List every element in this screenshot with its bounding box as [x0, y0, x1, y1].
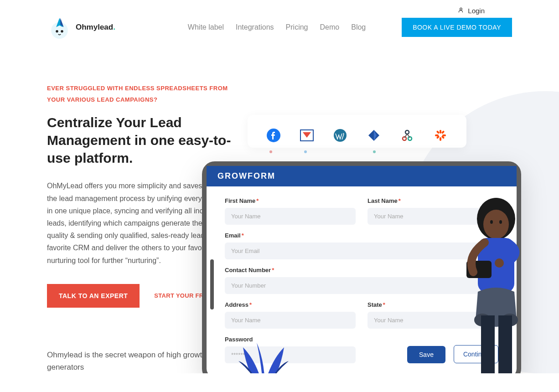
logo[interactable]: Ohmylead.	[47, 15, 115, 40]
integration-dots	[248, 150, 466, 153]
svg-point-20	[490, 220, 493, 224]
svg-rect-16	[441, 130, 445, 134]
svg-rect-14	[436, 130, 440, 134]
facebook-icon	[266, 128, 281, 143]
svg-point-24	[495, 258, 504, 268]
nav-blog[interactable]: Blog	[351, 23, 366, 31]
svg-point-19	[483, 210, 509, 239]
main-nav: White label Integrations Pricing Demo Bl…	[188, 23, 366, 31]
scrollbar[interactable]	[210, 259, 214, 309]
integration-icons-bar	[248, 115, 466, 148]
svg-point-21	[499, 220, 502, 224]
svg-rect-28	[498, 315, 512, 373]
svg-point-3	[61, 30, 63, 33]
login-label: Login	[468, 7, 485, 15]
login-link[interactable]: Login	[458, 7, 485, 15]
nav-pricing[interactable]: Pricing	[286, 23, 308, 31]
first-name-input[interactable]	[225, 208, 356, 225]
wordpress-icon	[332, 128, 348, 143]
first-name-label: First Name*	[225, 197, 356, 204]
svg-point-2	[56, 30, 58, 33]
logo-icon	[47, 15, 72, 40]
nav-integrations[interactable]: Integrations	[236, 23, 274, 31]
nav-white-label[interactable]: White label	[188, 23, 224, 31]
clickfunnels-icon	[299, 128, 315, 143]
address-label: Address*	[225, 301, 356, 308]
save-button[interactable]: Save	[407, 346, 445, 363]
svg-rect-11	[440, 137, 441, 141]
person-illustration	[457, 192, 539, 373]
svg-point-9	[405, 130, 409, 134]
webhook-icon	[399, 128, 415, 143]
nav-demo[interactable]: Demo	[320, 23, 340, 31]
logo-text: Ohmylead.	[76, 23, 115, 32]
book-demo-button[interactable]: BOOK A LIVE DEMO TODAY	[402, 18, 512, 37]
diamond-icon	[366, 128, 382, 143]
plant-illustration	[229, 329, 298, 373]
svg-rect-27	[481, 315, 495, 373]
svg-rect-10	[440, 130, 441, 134]
hero-eyebrow: EVER STRUGGLED WITH ENDLESS SPREADSHEETS…	[47, 83, 242, 105]
svg-point-0	[460, 8, 462, 10]
form-title: GROWFORM	[207, 166, 517, 186]
user-icon	[458, 7, 464, 15]
zapier-icon	[433, 128, 448, 143]
address-input[interactable]	[225, 312, 356, 329]
talk-to-expert-button[interactable]: TALK TO AN EXPERT	[47, 284, 140, 308]
